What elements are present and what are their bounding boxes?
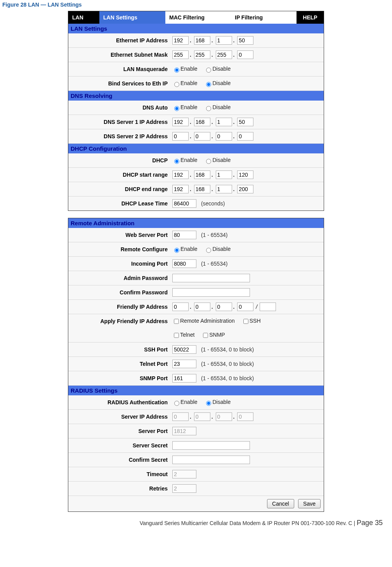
retries-input[interactable] bbox=[172, 484, 196, 493]
dhcp-end-3[interactable] bbox=[216, 185, 232, 193]
cancel-button[interactable]: Cancel bbox=[267, 499, 294, 508]
label-lan-masq: LAN Masquerade bbox=[68, 62, 170, 77]
timeout-input[interactable] bbox=[172, 470, 196, 478]
dns2-octet-2[interactable] bbox=[194, 132, 210, 141]
incoming-port-input[interactable] bbox=[172, 259, 196, 268]
eth-mask-octet-4[interactable] bbox=[237, 50, 253, 59]
dns2-octet-1[interactable] bbox=[172, 132, 189, 141]
label-snmp-port: SNMP Port bbox=[68, 371, 170, 386]
lan-settings-panel: LAN LAN Settings MAC Filtering IP Filter… bbox=[68, 11, 324, 211]
label-srv-secret: Server Secret bbox=[68, 438, 170, 453]
label-radius-auth: RADIUS Authentication bbox=[68, 395, 170, 410]
radius-auth-enable[interactable] bbox=[174, 401, 179, 406]
eth-ip-octet-4[interactable] bbox=[237, 36, 253, 45]
friendly-ip-3[interactable] bbox=[216, 303, 232, 311]
label-apply-friendly: Apply Friendly IP Address bbox=[68, 314, 170, 329]
hint-telnet: (1 - 65534, 0 to block) bbox=[198, 361, 254, 367]
figure-caption: Figure 28 LAN — LAN Settings bbox=[0, 0, 392, 11]
dhcp-start-3[interactable] bbox=[216, 170, 232, 179]
dhcp-end-2[interactable] bbox=[194, 185, 210, 193]
label-srv-ip: Server IP Address bbox=[68, 410, 170, 424]
dhcp-start-2[interactable] bbox=[194, 170, 210, 179]
srv-ip-1[interactable] bbox=[172, 412, 189, 421]
friendly-ip-mask[interactable] bbox=[260, 303, 276, 311]
tab-ip-filtering[interactable]: IP Filtering bbox=[231, 11, 297, 24]
srv-port-input[interactable] bbox=[172, 427, 196, 435]
srv-ip-3[interactable] bbox=[216, 412, 232, 421]
eth-mask-octet-3[interactable] bbox=[216, 50, 232, 59]
label-dhcp-end: DHCP end range bbox=[68, 182, 170, 197]
hint-snmp: (1 - 65534, 0 to block) bbox=[198, 375, 254, 381]
eth-mask-octet-2[interactable] bbox=[194, 50, 210, 59]
dns1-octet-4[interactable] bbox=[237, 118, 253, 126]
dhcp-end-1[interactable] bbox=[172, 185, 189, 193]
tab-mac-filtering[interactable]: MAC Filtering bbox=[165, 11, 231, 24]
tab-lan-title: LAN bbox=[68, 11, 99, 24]
radius-auth-disable[interactable] bbox=[206, 401, 211, 406]
tab-help[interactable]: HELP bbox=[297, 11, 324, 24]
ssh-port-input[interactable] bbox=[172, 345, 196, 354]
dns-auto-enable[interactable] bbox=[174, 106, 179, 111]
label-incoming-port: Incoming Port bbox=[68, 257, 170, 271]
apply-remote-admin-check[interactable] bbox=[174, 319, 179, 324]
friendly-ip-2[interactable] bbox=[194, 303, 210, 311]
tab-bar: LAN LAN Settings MAC Filtering IP Filter… bbox=[68, 11, 324, 24]
bind-svc-enable[interactable] bbox=[174, 82, 179, 87]
section-remote-admin: Remote Administration bbox=[68, 218, 324, 228]
label-bind-svc: Bind Services to Eth IP bbox=[68, 77, 170, 91]
footer-page: Page 35 bbox=[357, 519, 383, 527]
page-footer: Vanguard Series Multicarrier Cellular Da… bbox=[0, 512, 392, 531]
remote-cfg-enable[interactable] bbox=[174, 248, 179, 253]
admin-pw-input[interactable] bbox=[172, 274, 250, 282]
remote-admin-panel: Remote Administration Web Server Port (1… bbox=[68, 218, 324, 512]
dns1-octet-2[interactable] bbox=[194, 118, 210, 126]
eth-mask-octet-1[interactable] bbox=[172, 50, 189, 59]
label-eth-mask: Ethernet Subnet Mask bbox=[68, 48, 170, 62]
web-port-input[interactable] bbox=[172, 231, 196, 239]
srv-ip-4[interactable] bbox=[237, 412, 253, 421]
apply-telnet-check[interactable] bbox=[174, 333, 179, 338]
label-telnet-port: Telnet Port bbox=[68, 357, 170, 371]
section-dhcp: DHCP Configuration bbox=[68, 144, 324, 154]
label-dns2: DNS Server 2 IP Address bbox=[68, 129, 170, 144]
label-confirm-secret: Confirm Secret bbox=[68, 453, 170, 467]
tab-lan-settings[interactable]: LAN Settings bbox=[99, 11, 165, 24]
dns1-octet-1[interactable] bbox=[172, 118, 189, 126]
hint-web-port: (1 - 65534) bbox=[198, 232, 227, 238]
srv-secret-input[interactable] bbox=[172, 441, 250, 450]
save-button[interactable]: Save bbox=[298, 499, 321, 508]
section-dns: DNS Resolving bbox=[68, 91, 324, 101]
friendly-ip-4[interactable] bbox=[237, 303, 253, 311]
eth-ip-octet-2[interactable] bbox=[194, 36, 210, 45]
dhcp-enable[interactable] bbox=[174, 159, 179, 164]
dns2-octet-3[interactable] bbox=[216, 132, 232, 141]
dhcp-end-4[interactable] bbox=[237, 185, 253, 193]
srv-ip-2[interactable] bbox=[194, 412, 210, 421]
snmp-port-input[interactable] bbox=[172, 374, 196, 383]
dns1-octet-3[interactable] bbox=[216, 118, 232, 126]
confirm-secret-input[interactable] bbox=[172, 456, 250, 464]
label-web-port: Web Server Port bbox=[68, 228, 170, 242]
friendly-ip-1[interactable] bbox=[172, 303, 189, 311]
apply-snmp-check[interactable] bbox=[203, 333, 208, 338]
hint-ssh: (1 - 65534, 0 to block) bbox=[198, 346, 254, 353]
apply-ssh-check[interactable] bbox=[243, 319, 248, 324]
dhcp-lease-input[interactable] bbox=[172, 199, 196, 208]
dhcp-start-4[interactable] bbox=[237, 170, 253, 179]
remote-cfg-disable[interactable] bbox=[206, 248, 211, 253]
dhcp-start-1[interactable] bbox=[172, 170, 189, 179]
dhcp-disable[interactable] bbox=[206, 159, 211, 164]
dns2-octet-4[interactable] bbox=[237, 132, 253, 141]
bind-svc-disable[interactable] bbox=[206, 82, 211, 87]
lan-masq-disable[interactable] bbox=[206, 68, 211, 73]
confirm-pw-input[interactable] bbox=[172, 288, 250, 297]
hint-incoming-port: (1 - 65534) bbox=[198, 261, 227, 267]
section-radius: RADIUS Settings bbox=[68, 386, 324, 396]
dns-auto-disable[interactable] bbox=[206, 106, 211, 111]
eth-ip-octet-3[interactable] bbox=[216, 36, 232, 45]
lan-masq-enable[interactable] bbox=[174, 68, 179, 73]
label-retries: Retries bbox=[68, 482, 170, 496]
label-remote-cfg: Remote Configure bbox=[68, 242, 170, 257]
eth-ip-octet-1[interactable] bbox=[172, 36, 189, 45]
telnet-port-input[interactable] bbox=[172, 360, 196, 368]
